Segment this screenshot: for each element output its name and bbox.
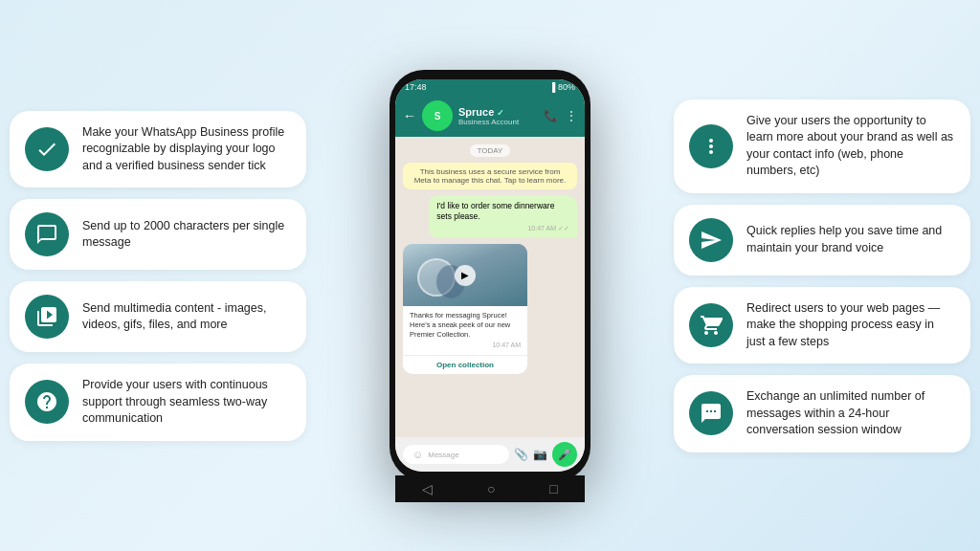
- phone-device: 17:48 ▐ 80% ← S Spruce ✓ Business Accoun…: [390, 70, 590, 481]
- call-icon[interactable]: 📞: [544, 109, 558, 122]
- feature-card-unlimited: Exchange an unlimited number of messages…: [674, 375, 970, 452]
- phone-mockup: 17:48 ▐ 80% ← S Spruce ✓ Business Accoun…: [390, 70, 590, 481]
- chat-info: Spruce ✓ Business Account: [458, 106, 538, 126]
- feature-text-characters: Send up to 2000 characters per single me…: [82, 218, 291, 252]
- back-arrow-icon[interactable]: ←: [403, 108, 416, 123]
- sent-message: I'd like to order some dinnerware sets p…: [429, 195, 577, 238]
- status-battery: ▐ 80%: [549, 82, 575, 92]
- menu-icon[interactable]: ⋮: [566, 109, 577, 122]
- avatar: S: [422, 100, 453, 131]
- chat-name: Spruce ✓: [458, 106, 538, 118]
- msg-time-media: 10:47 AM: [410, 341, 521, 349]
- dots-menu-icon: [689, 124, 733, 168]
- media-caption: Thanks for messaging Spruce! Here's a sn…: [403, 306, 527, 354]
- chat-subtitle: Business Account: [458, 118, 538, 126]
- feature-card-quick-replies: Quick replies help you save time and mai…: [674, 205, 970, 276]
- feature-card-support: Provide your users with continuous suppo…: [10, 364, 306, 441]
- feature-text-support: Provide your users with continuous suppo…: [82, 377, 291, 428]
- feature-card-multimedia: Send multimedia content - images, videos…: [10, 281, 306, 352]
- cart-icon: [689, 303, 733, 347]
- emoji-icon[interactable]: ☺: [412, 449, 423, 460]
- verified-icon: [25, 127, 69, 171]
- message-input[interactable]: ☺ Message: [403, 445, 509, 464]
- chat-header: ← S Spruce ✓ Business Account 📞 ⋮: [395, 95, 585, 137]
- chat-input-bar: ☺ Message 📎 📷 🎤: [395, 437, 585, 472]
- feature-text-shopping: Redirect users to your web pages — make …: [746, 300, 955, 351]
- phone-screen: 17:48 ▐ 80% ← S Spruce ✓ Business Accoun…: [395, 79, 585, 472]
- chat-bubble-icon: [689, 391, 733, 435]
- features-container: Make your WhatsApp Business profile reco…: [0, 0, 980, 551]
- phone-navigation: ◁ ○ □: [395, 475, 585, 502]
- mic-button[interactable]: 🎤: [552, 442, 577, 467]
- placeholder-text: Message: [428, 451, 458, 459]
- send-icon: [689, 218, 733, 262]
- question-icon: [25, 380, 69, 424]
- feature-text-verified: Make your WhatsApp Business profile reco…: [82, 124, 291, 175]
- right-features: Give your users the opportunity to learn…: [674, 99, 970, 452]
- media-message: ▶ Thanks for messaging Spruce! Here's a …: [403, 244, 527, 373]
- msg-time-sent: 10:47 AM ✓✓: [436, 224, 569, 232]
- left-features: Make your WhatsApp Business profile reco…: [10, 111, 306, 441]
- system-message: This business uses a secure service from…: [403, 163, 577, 189]
- play-button[interactable]: ▶: [455, 265, 476, 286]
- status-time: 17:48: [405, 82, 427, 92]
- recents-nav-button[interactable]: □: [549, 481, 557, 496]
- open-collection-button[interactable]: Open collection: [403, 355, 527, 374]
- attach-icon[interactable]: 📎: [514, 448, 528, 461]
- feature-text-unlimited: Exchange an unlimited number of messages…: [746, 388, 955, 439]
- verified-tick: ✓: [497, 108, 504, 118]
- home-nav-button[interactable]: ○: [487, 481, 495, 496]
- chat-body: TODAY This business uses a secure servic…: [395, 137, 585, 437]
- feature-text-quick-replies: Quick replies help you save time and mai…: [746, 223, 955, 256]
- multimedia-icon: [25, 295, 69, 339]
- camera-icon[interactable]: 📷: [533, 448, 547, 461]
- header-icons: 📞 ⋮: [544, 109, 577, 122]
- status-bar: 17:48 ▐ 80%: [395, 79, 585, 95]
- feature-card-brand-info: Give your users the opportunity to learn…: [674, 99, 970, 193]
- back-nav-button[interactable]: ◁: [422, 481, 433, 496]
- feature-card-shopping: Redirect users to your web pages — make …: [674, 287, 970, 364]
- media-image: ▶: [403, 244, 527, 306]
- feature-card-characters: Send up to 2000 characters per single me…: [10, 199, 306, 270]
- date-badge: TODAY: [470, 144, 511, 157]
- feature-card-verified: Make your WhatsApp Business profile reco…: [10, 111, 306, 188]
- feature-text-multimedia: Send multimedia content - images, videos…: [82, 300, 291, 334]
- feature-text-brand-info: Give your users the opportunity to learn…: [746, 113, 955, 180]
- message-icon: [25, 212, 69, 256]
